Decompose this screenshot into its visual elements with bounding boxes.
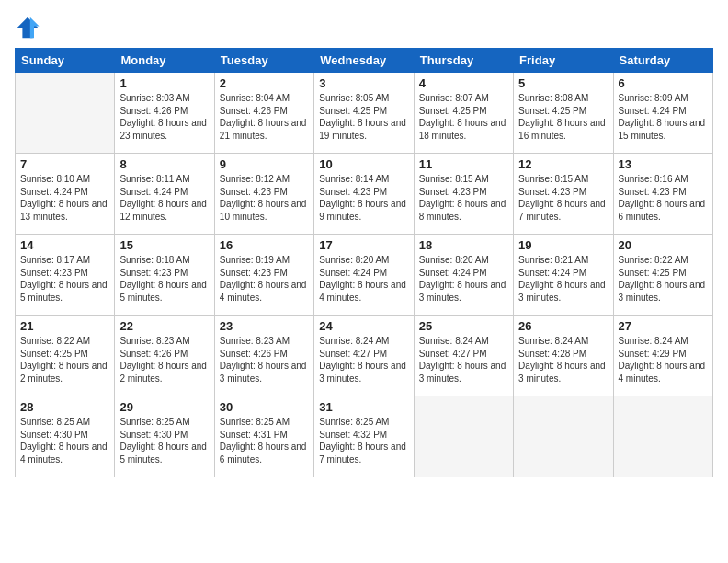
day-number: 4 xyxy=(419,76,508,90)
day-number: 14 xyxy=(20,238,109,252)
day-number: 2 xyxy=(220,76,309,90)
day-cell: 18Sunrise: 8:20 AM Sunset: 4:24 PM Dayli… xyxy=(414,235,513,316)
day-cell xyxy=(414,396,513,477)
day-cell: 1Sunrise: 8:03 AM Sunset: 4:26 PM Daylig… xyxy=(115,73,214,154)
weekday-friday: Friday xyxy=(514,49,613,73)
day-info: Sunrise: 8:21 AM Sunset: 4:24 PM Dayligh… xyxy=(518,254,608,304)
day-cell: 25Sunrise: 8:24 AM Sunset: 4:27 PM Dayli… xyxy=(414,316,513,396)
day-cell: 26Sunrise: 8:24 AM Sunset: 4:28 PM Dayli… xyxy=(514,316,613,396)
day-cell: 6Sunrise: 8:09 AM Sunset: 4:24 PM Daylig… xyxy=(613,73,712,154)
day-number: 3 xyxy=(319,76,408,90)
day-number: 19 xyxy=(518,238,608,252)
day-number: 12 xyxy=(518,157,608,171)
weekday-saturday: Saturday xyxy=(613,49,712,73)
day-cell: 17Sunrise: 8:20 AM Sunset: 4:24 PM Dayli… xyxy=(314,235,414,316)
week-row-3: 14Sunrise: 8:17 AM Sunset: 4:23 PM Dayli… xyxy=(16,235,713,316)
weekday-header-row: SundayMondayTuesdayWednesdayThursdayFrid… xyxy=(16,49,713,73)
day-info: Sunrise: 8:18 AM Sunset: 4:23 PM Dayligh… xyxy=(119,254,209,304)
day-number: 16 xyxy=(220,238,309,252)
day-number: 7 xyxy=(20,157,109,171)
day-number: 9 xyxy=(220,157,309,171)
day-number: 26 xyxy=(518,319,608,333)
day-cell: 21Sunrise: 8:22 AM Sunset: 4:25 PM Dayli… xyxy=(16,316,115,396)
day-number: 20 xyxy=(619,238,708,252)
day-cell: 5Sunrise: 8:08 AM Sunset: 4:25 PM Daylig… xyxy=(514,73,613,154)
logo-icon xyxy=(15,15,40,40)
day-info: Sunrise: 8:14 AM Sunset: 4:23 PM Dayligh… xyxy=(319,173,408,223)
day-info: Sunrise: 8:17 AM Sunset: 4:23 PM Dayligh… xyxy=(20,254,109,304)
day-cell: 15Sunrise: 8:18 AM Sunset: 4:23 PM Dayli… xyxy=(115,235,214,316)
day-number: 1 xyxy=(119,76,209,90)
day-cell: 20Sunrise: 8:22 AM Sunset: 4:25 PM Dayli… xyxy=(613,235,712,316)
day-cell: 28Sunrise: 8:25 AM Sunset: 4:30 PM Dayli… xyxy=(16,396,115,477)
day-info: Sunrise: 8:03 AM Sunset: 4:26 PM Dayligh… xyxy=(119,92,209,142)
day-cell: 4Sunrise: 8:07 AM Sunset: 4:25 PM Daylig… xyxy=(414,73,513,154)
day-info: Sunrise: 8:16 AM Sunset: 4:23 PM Dayligh… xyxy=(619,173,708,223)
day-info: Sunrise: 8:23 AM Sunset: 4:26 PM Dayligh… xyxy=(220,335,309,385)
day-cell: 27Sunrise: 8:24 AM Sunset: 4:29 PM Dayli… xyxy=(613,316,712,396)
day-number: 15 xyxy=(119,238,209,252)
day-number: 13 xyxy=(619,157,708,171)
day-info: Sunrise: 8:22 AM Sunset: 4:25 PM Dayligh… xyxy=(619,254,708,304)
day-number: 24 xyxy=(319,319,408,333)
day-cell: 14Sunrise: 8:17 AM Sunset: 4:23 PM Dayli… xyxy=(16,235,115,316)
day-cell: 9Sunrise: 8:12 AM Sunset: 4:23 PM Daylig… xyxy=(214,154,313,235)
weekday-thursday: Thursday xyxy=(414,49,513,73)
day-info: Sunrise: 8:08 AM Sunset: 4:25 PM Dayligh… xyxy=(518,92,608,142)
day-info: Sunrise: 8:10 AM Sunset: 4:24 PM Dayligh… xyxy=(20,173,109,223)
day-cell: 12Sunrise: 8:15 AM Sunset: 4:23 PM Dayli… xyxy=(514,154,613,235)
header xyxy=(15,15,713,40)
day-info: Sunrise: 8:25 AM Sunset: 4:31 PM Dayligh… xyxy=(220,416,309,465)
day-number: 5 xyxy=(518,76,608,90)
day-info: Sunrise: 8:20 AM Sunset: 4:24 PM Dayligh… xyxy=(319,254,408,304)
day-cell: 3Sunrise: 8:05 AM Sunset: 4:25 PM Daylig… xyxy=(314,73,414,154)
day-info: Sunrise: 8:25 AM Sunset: 4:30 PM Dayligh… xyxy=(119,416,209,465)
day-info: Sunrise: 8:11 AM Sunset: 4:24 PM Dayligh… xyxy=(119,173,209,223)
day-info: Sunrise: 8:24 AM Sunset: 4:28 PM Dayligh… xyxy=(518,335,608,385)
day-number: 6 xyxy=(619,76,708,90)
week-row-5: 28Sunrise: 8:25 AM Sunset: 4:30 PM Dayli… xyxy=(16,396,713,477)
day-cell: 13Sunrise: 8:16 AM Sunset: 4:23 PM Dayli… xyxy=(613,154,712,235)
svg-marker-0 xyxy=(17,17,38,38)
week-row-1: 1Sunrise: 8:03 AM Sunset: 4:26 PM Daylig… xyxy=(16,73,713,154)
day-info: Sunrise: 8:19 AM Sunset: 4:23 PM Dayligh… xyxy=(220,254,309,304)
weekday-wednesday: Wednesday xyxy=(314,49,414,73)
weekday-monday: Monday xyxy=(115,49,214,73)
day-info: Sunrise: 8:24 AM Sunset: 4:27 PM Dayligh… xyxy=(319,335,408,385)
day-number: 28 xyxy=(20,400,109,414)
day-cell: 10Sunrise: 8:14 AM Sunset: 4:23 PM Dayli… xyxy=(314,154,414,235)
day-info: Sunrise: 8:04 AM Sunset: 4:26 PM Dayligh… xyxy=(220,92,309,142)
day-cell: 29Sunrise: 8:25 AM Sunset: 4:30 PM Dayli… xyxy=(115,396,214,477)
day-number: 11 xyxy=(419,157,508,171)
day-cell: 24Sunrise: 8:24 AM Sunset: 4:27 PM Dayli… xyxy=(314,316,414,396)
page-container: SundayMondayTuesdayWednesdayThursdayFrid… xyxy=(0,0,728,563)
day-info: Sunrise: 8:09 AM Sunset: 4:24 PM Dayligh… xyxy=(619,92,708,142)
day-cell: 31Sunrise: 8:25 AM Sunset: 4:32 PM Dayli… xyxy=(314,396,414,477)
day-cell xyxy=(16,73,115,154)
week-row-4: 21Sunrise: 8:22 AM Sunset: 4:25 PM Dayli… xyxy=(16,316,713,396)
day-number: 21 xyxy=(20,319,109,333)
day-cell: 30Sunrise: 8:25 AM Sunset: 4:31 PM Dayli… xyxy=(214,396,313,477)
day-cell xyxy=(613,396,712,477)
day-info: Sunrise: 8:24 AM Sunset: 4:27 PM Dayligh… xyxy=(419,335,508,385)
day-info: Sunrise: 8:15 AM Sunset: 4:23 PM Dayligh… xyxy=(419,173,508,223)
day-info: Sunrise: 8:07 AM Sunset: 4:25 PM Dayligh… xyxy=(419,92,508,142)
day-number: 31 xyxy=(319,400,408,414)
day-info: Sunrise: 8:23 AM Sunset: 4:26 PM Dayligh… xyxy=(119,335,209,385)
day-number: 30 xyxy=(220,400,309,414)
day-cell: 19Sunrise: 8:21 AM Sunset: 4:24 PM Dayli… xyxy=(514,235,613,316)
week-row-2: 7Sunrise: 8:10 AM Sunset: 4:24 PM Daylig… xyxy=(16,154,713,235)
day-info: Sunrise: 8:05 AM Sunset: 4:25 PM Dayligh… xyxy=(319,92,408,142)
day-info: Sunrise: 8:20 AM Sunset: 4:24 PM Dayligh… xyxy=(419,254,508,304)
day-info: Sunrise: 8:12 AM Sunset: 4:23 PM Dayligh… xyxy=(220,173,309,223)
day-cell xyxy=(514,396,613,477)
day-info: Sunrise: 8:24 AM Sunset: 4:29 PM Dayligh… xyxy=(619,335,708,385)
day-number: 8 xyxy=(119,157,209,171)
calendar: SundayMondayTuesdayWednesdayThursdayFrid… xyxy=(15,48,713,477)
day-info: Sunrise: 8:25 AM Sunset: 4:32 PM Dayligh… xyxy=(319,416,408,465)
day-number: 25 xyxy=(419,319,508,333)
weekday-tuesday: Tuesday xyxy=(214,49,313,73)
day-number: 17 xyxy=(319,238,408,252)
day-number: 27 xyxy=(619,319,708,333)
day-cell: 23Sunrise: 8:23 AM Sunset: 4:26 PM Dayli… xyxy=(214,316,313,396)
